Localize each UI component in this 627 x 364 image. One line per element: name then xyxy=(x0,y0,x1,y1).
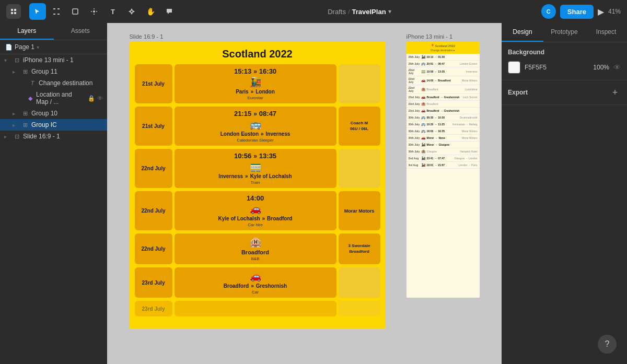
arr-time: 13:35 xyxy=(259,152,276,160)
iphone-row-4: 22nd July 🚗 14:00→Broadford Morar Motors xyxy=(407,76,480,85)
iphone-header: 📍 Scotland 2022 Change destination ▸ xyxy=(407,42,480,54)
iphone-icon: 🚌 xyxy=(421,115,426,120)
travel-main-2: 21:15 » 08:47 🚌 London Euston » Invernes… xyxy=(175,107,336,146)
component-tool[interactable] xyxy=(123,3,140,20)
comment-tool[interactable] xyxy=(161,3,178,20)
arr-time: 08:47 xyxy=(259,110,276,118)
iphone-row-9: 30th July 🚌 08:30→10:30 Druimnadrochit xyxy=(407,114,480,121)
layer-change-dest[interactable]: T Change destination xyxy=(0,77,107,89)
layer-location-map[interactable]: ◆ Location and Map / ... 🔒 👁 xyxy=(0,89,107,108)
frame-tool[interactable] xyxy=(48,3,65,20)
color-hex[interactable]: F5F5F5 xyxy=(525,64,589,71)
export-section: Export + xyxy=(502,80,627,105)
toolbar: T ✋ Drafts / TravelPlan ▾ C Share ▶ 41% xyxy=(0,0,627,23)
travel-main-3: 10:56 » 13:35 🚃 Inverness » Kyle of Loch… xyxy=(175,149,336,188)
canvas[interactable]: Slide 16:9 - 1 Scotland 2022 21st July 1… xyxy=(107,23,502,364)
transport-icon: 🚂 xyxy=(250,76,261,88)
tab-inspect[interactable]: Inspect xyxy=(585,23,627,42)
travel-date-4: 22nd July xyxy=(135,191,172,230)
travel-times-1: 15:13 » 16:30 xyxy=(234,67,276,75)
svg-rect-3 xyxy=(57,14,60,15)
iphone-row-10: 30th July 🚌 10:20→11:25 Armnadale → Mall… xyxy=(407,121,480,128)
eye-icon[interactable]: 👁 xyxy=(97,95,103,101)
dep-time: 14:00 xyxy=(247,194,264,202)
group-icon: ⊞ xyxy=(21,68,29,75)
travel-tag-7 xyxy=(339,301,380,316)
tab-assets[interactable]: Assets xyxy=(54,23,108,40)
color-swatch[interactable] xyxy=(508,61,520,74)
travel-main-4: 14:00 🚗 Kyle of Lochalsh » Broadford Car… xyxy=(175,191,336,230)
play-button[interactable]: ▶ xyxy=(598,7,604,17)
share-button[interactable]: Share xyxy=(560,5,594,19)
breadcrumb-dropdown[interactable]: ▾ xyxy=(388,8,391,15)
text-tool[interactable]: T xyxy=(104,3,121,20)
iphone-tag: Broadford xyxy=(427,88,438,91)
iphone-date: 23rd July xyxy=(409,109,420,112)
layer-iphone-frame[interactable]: ▾ ⊡ iPhone 13 mini - 1 xyxy=(0,54,107,66)
layer-group11[interactable]: ▸ ⊞ Group 11 xyxy=(0,66,107,77)
iphone-row-8: 23rd July 🚗 Broadford→Greshornish xyxy=(407,108,480,114)
arrow2: » xyxy=(251,283,254,289)
page-selector[interactable]: 📄 Page 1 ▾ xyxy=(0,40,107,54)
toolbar-right: C Share ▶ 41% xyxy=(541,4,621,19)
tab-layers[interactable]: Layers xyxy=(0,23,54,40)
hand-tool[interactable]: ✋ xyxy=(142,3,159,20)
iphone-date: 25th July xyxy=(409,62,420,65)
add-export-button[interactable]: + xyxy=(609,87,621,98)
help-button[interactable]: ? xyxy=(598,335,617,354)
slide-frame-label: Slide 16:9 - 1 xyxy=(130,33,164,40)
layer-group-ic[interactable]: ▸ ⊞ Group IC xyxy=(0,119,107,131)
layer-group10[interactable]: ▸ ⊞ Group 10 xyxy=(0,108,107,119)
travel-places: Inverness » Kyle of Lochalsh xyxy=(218,173,292,179)
iphone-icon: 🚃 xyxy=(421,69,426,74)
svg-rect-4 xyxy=(73,9,78,14)
iphone-tag: Morar Motors xyxy=(462,79,478,82)
layer-slide-frame[interactable]: ▸ ⊡ Slide 16:9 - 1 xyxy=(0,131,107,142)
iphone-tag: Inverness xyxy=(466,70,478,73)
iphone-note: Hampton Hotel xyxy=(460,150,477,153)
layer-label: Change destination xyxy=(39,79,92,87)
pen-tool[interactable] xyxy=(86,3,102,20)
iphone-date: 22nd July xyxy=(409,86,420,92)
from: Paris xyxy=(236,89,248,95)
to: Kyle of Lochalsh xyxy=(250,173,292,179)
iphone-tag: Broadford xyxy=(427,102,438,105)
to: Broadford xyxy=(267,216,292,221)
iphone-row-5: 22nd July 🏨 Broadford Lunchtime xyxy=(407,85,480,94)
travel-row-6: 23rd July 🚗 Broadford » Greshornish Car xyxy=(135,267,380,298)
tab-design[interactable]: Design xyxy=(502,23,543,42)
visibility-icon[interactable]: 👁 xyxy=(613,63,621,72)
arrow2: » xyxy=(261,131,264,137)
to: London xyxy=(256,89,275,95)
iphone-date: 30th July xyxy=(409,116,420,119)
iphone-tag: Druimnadrochit xyxy=(460,116,478,119)
app-logo[interactable] xyxy=(6,4,21,19)
zoom-level[interactable]: 41% xyxy=(608,8,621,15)
select-tool[interactable] xyxy=(29,3,46,20)
color-opacity[interactable]: 100% xyxy=(593,64,609,71)
iphone-icon: 🚂 xyxy=(421,143,426,147)
expand-icon: ▸ xyxy=(4,134,10,139)
iphone-slide[interactable]: 📍 Scotland 2022 Change destination ▸ 25t… xyxy=(407,42,480,298)
layer-label: Group 10 xyxy=(31,110,57,117)
iphone-row-1: 25th July 🚂 10:13→01:30 xyxy=(407,54,480,61)
frame-icon: ⊡ xyxy=(13,133,21,140)
iphone-content: 📍 Scotland 2022 Change destination ▸ 25t… xyxy=(407,42,480,298)
breadcrumb-area: Drafts / TravelPlan ▾ xyxy=(182,8,537,16)
iphone-date: 30th July xyxy=(409,150,420,153)
sidebar-tabs: Layers Assets xyxy=(0,23,107,40)
breadcrumb-drafts[interactable]: Drafts xyxy=(328,8,346,16)
shape-tool[interactable] xyxy=(67,3,84,20)
iphone-icon: 🚌 xyxy=(421,129,426,133)
slide-16-9[interactable]: Scotland 2022 21st July 15:13 » 16:30 🚂 xyxy=(130,42,386,329)
transport-icon: 🚃 xyxy=(250,161,261,172)
iphone-date: 23rd July xyxy=(409,102,420,105)
change-destination[interactable]: Change destination ▸ xyxy=(431,49,455,52)
tab-prototype[interactable]: Prototype xyxy=(543,23,585,42)
travel-places: Kyle of Lochalsh » Broadford xyxy=(218,216,293,221)
breadcrumb-current[interactable]: TravelPlan xyxy=(352,8,386,16)
iphone-row-14: 30th July 🏨 Glasgow Hampton Hotel xyxy=(407,148,480,155)
background-title: Background xyxy=(508,49,544,56)
iphone-frame-label: iPhone 13 mini - 1 xyxy=(407,33,453,40)
travel-date-3: 22nd July xyxy=(135,149,172,188)
